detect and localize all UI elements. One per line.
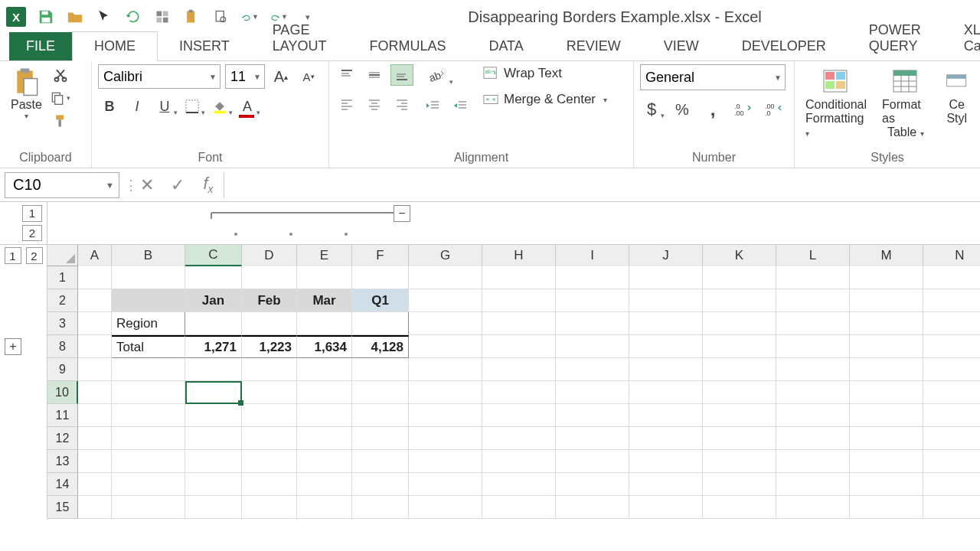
cell-H3[interactable] xyxy=(482,312,556,335)
comma-format-button[interactable]: , xyxy=(701,98,724,121)
cell-M9[interactable] xyxy=(850,358,923,381)
cell-M14[interactable] xyxy=(850,473,923,496)
cell-M10[interactable] xyxy=(850,381,923,404)
row-header-9[interactable]: 9 xyxy=(47,358,78,381)
decrease-decimal-button[interactable]: .00.0 xyxy=(763,98,786,121)
cell-K3[interactable] xyxy=(703,312,776,335)
cell-C15[interactable] xyxy=(185,496,242,519)
cell-L11[interactable] xyxy=(776,404,850,427)
cursor-icon[interactable] xyxy=(95,8,113,26)
tab-power-query[interactable]: POWER QUERY xyxy=(848,16,942,60)
cell-E2[interactable]: Mar xyxy=(297,289,352,312)
print-preview-icon[interactable] xyxy=(211,8,230,26)
bold-button[interactable]: B xyxy=(98,95,121,118)
cell-H8[interactable] xyxy=(482,335,556,358)
cell-A13[interactable] xyxy=(78,450,112,473)
cell-E9[interactable] xyxy=(297,358,352,381)
align-middle-button[interactable] xyxy=(363,64,386,86)
cell-A15[interactable] xyxy=(78,496,112,519)
col-header-B[interactable]: B xyxy=(112,245,185,266)
cell-D14[interactable] xyxy=(242,473,297,496)
cell-H10[interactable] xyxy=(482,381,556,404)
cell-L1[interactable] xyxy=(776,266,850,289)
row-group-expand-button[interactable]: + xyxy=(5,338,21,355)
cell-G1[interactable] xyxy=(409,266,482,289)
col-header-J[interactable]: J xyxy=(629,245,703,266)
cell-G11[interactable] xyxy=(409,404,482,427)
cell-I3[interactable] xyxy=(556,312,629,335)
cell-G12[interactable] xyxy=(409,427,482,450)
cell-I11[interactable] xyxy=(556,404,629,427)
cell-C13[interactable] xyxy=(185,450,242,473)
cell-C10[interactable] xyxy=(185,381,242,404)
cell-M8[interactable] xyxy=(850,335,923,358)
cell-M11[interactable] xyxy=(850,404,923,427)
cell-L9[interactable] xyxy=(776,358,850,381)
col-header-K[interactable]: K xyxy=(703,245,776,266)
cell-N1[interactable] xyxy=(923,266,980,289)
col-outline-level-2[interactable]: 2 xyxy=(22,225,42,242)
cell-D13[interactable] xyxy=(242,450,297,473)
cell-D8[interactable]: 1,223 xyxy=(242,335,297,358)
row-header-8[interactable]: 8 xyxy=(47,335,78,358)
cell-M15[interactable] xyxy=(850,496,923,519)
tab-file[interactable]: FILE xyxy=(9,32,72,60)
col-header-H[interactable]: H xyxy=(482,245,556,266)
cell-N13[interactable] xyxy=(923,450,980,473)
cell-N8[interactable] xyxy=(923,335,980,358)
cell-I12[interactable] xyxy=(556,427,629,450)
orientation-button[interactable]: ab▾ xyxy=(421,64,452,87)
increase-indent-button[interactable] xyxy=(449,95,472,116)
row-header-13[interactable]: 13 xyxy=(47,450,78,473)
cell-A1[interactable] xyxy=(78,266,112,289)
cell-D15[interactable] xyxy=(242,496,297,519)
tab-page-layout[interactable]: PAGE LAYOUT xyxy=(251,16,348,60)
paste-button[interactable]: Paste ▾ xyxy=(6,64,47,123)
cell-J3[interactable] xyxy=(629,312,703,335)
cell-C1[interactable] xyxy=(185,266,242,289)
insert-function-button[interactable]: fx xyxy=(193,172,224,198)
cell-G13[interactable] xyxy=(409,450,482,473)
wrap-text-button[interactable]: abWrap Text xyxy=(479,64,610,83)
cell-G2[interactable] xyxy=(409,289,482,312)
row-header-15[interactable]: 15 xyxy=(47,496,78,519)
cell-M3[interactable] xyxy=(850,312,923,335)
cell-K10[interactable] xyxy=(703,381,776,404)
col-header-M[interactable]: M xyxy=(850,245,923,266)
row-header-10[interactable]: 10 xyxy=(47,381,78,404)
cell-E15[interactable] xyxy=(297,496,352,519)
cell-M1[interactable] xyxy=(850,266,923,289)
tab-developer[interactable]: DEVELOPER xyxy=(720,32,848,60)
cell-K2[interactable] xyxy=(703,289,776,312)
cell-I13[interactable] xyxy=(556,450,629,473)
format-painter-button[interactable] xyxy=(50,112,71,130)
cell-D9[interactable] xyxy=(242,358,297,381)
cell-J2[interactable] xyxy=(629,289,703,312)
column-group-collapse-button[interactable]: − xyxy=(394,205,410,222)
row-header-12[interactable]: 12 xyxy=(47,427,78,450)
cell-J11[interactable] xyxy=(629,404,703,427)
row-outline-level-1[interactable]: 1 xyxy=(5,247,21,264)
cell-F10[interactable] xyxy=(352,381,409,404)
cell-F14[interactable] xyxy=(352,473,409,496)
cell-A10[interactable] xyxy=(78,381,112,404)
cell-N12[interactable] xyxy=(923,427,980,450)
cell-B13[interactable] xyxy=(112,450,185,473)
row-outline-level-2[interactable]: 2 xyxy=(26,247,43,264)
cell-D2[interactable]: Feb xyxy=(242,289,297,312)
cell-N2[interactable] xyxy=(923,289,980,312)
cell-B15[interactable] xyxy=(112,496,185,519)
cell-G14[interactable] xyxy=(409,473,482,496)
format-as-table-button[interactable]: Format as Table ▾ xyxy=(877,64,933,142)
cell-L2[interactable] xyxy=(776,289,850,312)
cell-K15[interactable] xyxy=(703,496,776,519)
cell-F15[interactable] xyxy=(352,496,409,519)
cell-E13[interactable] xyxy=(297,450,352,473)
cell-G3[interactable] xyxy=(409,312,482,335)
cell-I15[interactable] xyxy=(556,496,629,519)
cell-K8[interactable] xyxy=(703,335,776,358)
cell-N3[interactable] xyxy=(923,312,980,335)
decrease-font-button[interactable]: A▾ xyxy=(297,65,320,88)
tab-insert[interactable]: INSERT xyxy=(158,32,251,60)
cell-N9[interactable] xyxy=(923,358,980,381)
